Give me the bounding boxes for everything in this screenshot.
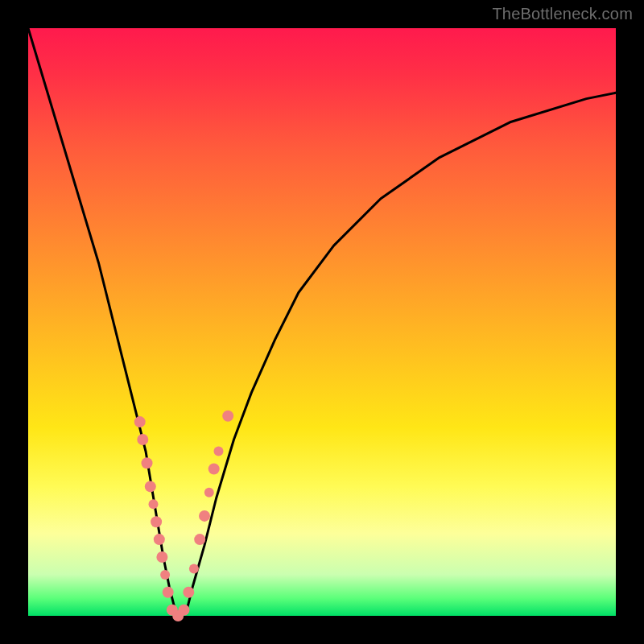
data-marker — [137, 434, 148, 445]
data-marker — [208, 464, 220, 475]
data-marker — [149, 499, 159, 509]
chart-svg — [28, 28, 616, 616]
data-marker — [154, 534, 165, 545]
bottleneck-curve — [28, 28, 616, 616]
data-marker — [142, 457, 153, 469]
data-marker — [156, 551, 167, 563]
data-marker — [151, 516, 162, 527]
data-marker — [194, 534, 205, 545]
data-marker — [199, 510, 210, 522]
data-marker — [163, 587, 174, 598]
data-marker — [204, 488, 214, 497]
data-marker — [160, 570, 170, 580]
watermark-text: TheBottleneck.com — [492, 5, 633, 23]
chart-frame: TheBottleneck.com — [0, 0, 644, 644]
data-marker — [145, 481, 156, 492]
data-marker — [134, 416, 146, 427]
data-marker — [222, 411, 233, 422]
markers-group — [134, 411, 234, 621]
chart-plot-area — [28, 28, 616, 616]
data-marker — [214, 447, 224, 456]
data-marker — [179, 605, 190, 616]
data-marker — [183, 587, 194, 598]
data-marker — [189, 564, 199, 574]
